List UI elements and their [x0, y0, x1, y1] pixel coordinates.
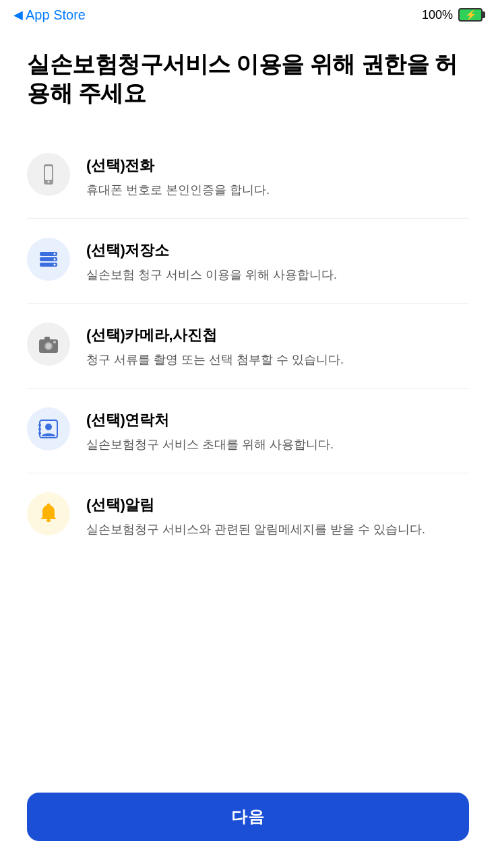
camera-icon-circle	[27, 323, 70, 366]
contacts-icon-circle	[27, 407, 70, 450]
svg-point-8	[54, 264, 56, 266]
camera-icon	[37, 333, 60, 356]
svg-rect-1	[45, 166, 52, 180]
storage-title: (선택)저장소	[86, 240, 469, 261]
contacts-title: (선택)연락처	[86, 410, 469, 430]
storage-icon	[37, 248, 60, 271]
storage-desc: 실손보험 청구 서비스 이용을 위해 사용합니다.	[86, 266, 469, 284]
svg-point-21	[47, 504, 51, 507]
next-button-container: 다음	[0, 779, 496, 868]
permission-list: (선택)전화 휴대폰 번호로 본인인증을 합니다. (선택)저장소 실손보험 청…	[27, 134, 469, 558]
phone-title: (선택)전화	[86, 156, 469, 176]
page-title: 실손보험청구서비스 이용을 위해 권한을 허용해 주세요	[27, 50, 469, 107]
contacts-permission-text: (선택)연락처 실손보험청구 서비스 초대를 위해 사용합니다.	[86, 407, 469, 454]
svg-point-7	[54, 259, 56, 261]
permission-item-notification: (선택)알림 실손보험청구 서비스와 관련된 알림메세지를 받을 수 있습니다.	[27, 473, 469, 558]
camera-desc: 청구 서류를 촬영 또는 선택 첨부할 수 있습니다.	[86, 351, 469, 369]
phone-icon-circle	[27, 153, 70, 196]
contacts-icon	[37, 418, 60, 440]
svg-rect-19	[38, 432, 41, 434]
svg-point-16	[45, 424, 52, 430]
svg-rect-20	[46, 519, 51, 522]
battery-bolt-icon: ⚡	[465, 10, 476, 20]
back-link[interactable]: ◀ App Store	[13, 7, 86, 23]
permission-item-storage: (선택)저장소 실손보험 청구 서비스 이용을 위해 사용합니다.	[27, 219, 469, 304]
permission-item-camera: (선택)카메라,사진첩 청구 서류를 촬영 또는 선택 첨부할 수 있습니다.	[27, 304, 469, 389]
phone-permission-text: (선택)전화 휴대폰 번호로 본인인증을 합니다.	[86, 153, 469, 199]
permission-item-phone: (선택)전화 휴대폰 번호로 본인인증을 합니다.	[27, 134, 469, 219]
phone-icon	[37, 163, 60, 186]
camera-title: (선택)카메라,사진첩	[86, 325, 469, 345]
svg-rect-18	[38, 428, 41, 430]
back-chevron-icon: ◀	[13, 7, 23, 22]
storage-permission-text: (선택)저장소 실손보험 청구 서비스 이용을 위해 사용합니다.	[86, 238, 469, 284]
svg-point-13	[53, 341, 56, 343]
contacts-desc: 실손보험청구 서비스 초대를 위해 사용합니다.	[86, 436, 469, 454]
status-bar: ◀ App Store 100% ⚡	[0, 0, 496, 30]
svg-point-2	[48, 181, 50, 183]
notification-icon-circle	[27, 492, 70, 535]
notification-title: (선택)알림	[86, 495, 469, 515]
main-content: 실손보험청구서비스 이용을 위해 권한을 허용해 주세요 (선택)전화 휴대폰 …	[0, 30, 496, 638]
svg-rect-12	[44, 337, 50, 340]
camera-permission-text: (선택)카메라,사진첩 청구 서류를 촬영 또는 선택 첨부할 수 있습니다.	[86, 323, 469, 369]
notification-permission-text: (선택)알림 실손보험청구 서비스와 관련된 알림메세지를 받을 수 있습니다.	[86, 492, 469, 539]
battery-text: 100%	[422, 8, 453, 22]
notification-icon	[37, 502, 60, 525]
svg-rect-17	[38, 424, 41, 426]
permission-item-contacts: (선택)연락처 실손보험청구 서비스 초대를 위해 사용합니다.	[27, 389, 469, 473]
next-button[interactable]: 다음	[27, 793, 469, 841]
battery-icon: ⚡	[458, 8, 483, 22]
svg-point-6	[54, 253, 56, 255]
back-label: App Store	[26, 7, 86, 23]
storage-icon-circle	[27, 238, 70, 281]
phone-desc: 휴대폰 번호로 본인인증을 합니다.	[86, 181, 469, 199]
status-right: 100% ⚡	[422, 8, 483, 22]
svg-point-11	[46, 343, 51, 349]
notification-desc: 실손보험청구 서비스와 관련된 알림메세지를 받을 수 있습니다.	[86, 521, 469, 539]
